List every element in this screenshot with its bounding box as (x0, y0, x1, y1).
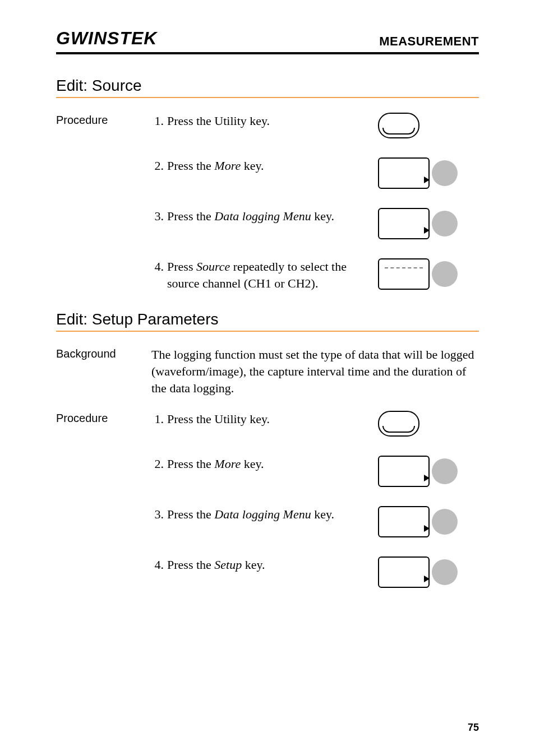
procedure-row: 4. Press the Setup key. (56, 556, 479, 588)
step-text-wrap: 3. Press the Data logging Menu key. (151, 506, 378, 523)
page-header: GWINSTEK MEASUREMENT (56, 28, 479, 54)
step-text-em: More (214, 159, 241, 173)
softkey-dashed-icon (378, 258, 430, 290)
round-button-icon (432, 509, 458, 535)
round-button-icon (432, 160, 458, 186)
step-text-pre: Press the (167, 209, 214, 223)
page-number: 75 (468, 722, 479, 734)
spacer (56, 556, 151, 558)
step-text-pre: Press the (167, 159, 214, 173)
step-graphic (378, 411, 479, 437)
step-text: Press Source repeatedly to select the so… (167, 258, 370, 291)
step-number: 4. (151, 556, 167, 573)
step-number: 1. (151, 113, 167, 129)
spacer (56, 157, 151, 159)
header-section-title: MEASUREMENT (379, 34, 479, 49)
procedure-row: 2. Press the More key. (56, 157, 479, 189)
step-text: Press the Data logging Menu key. (167, 506, 370, 523)
section-title-edit-setup: Edit: Setup Parameters (56, 310, 479, 328)
step-number: 3. (151, 506, 167, 523)
step-text-em: Data logging Menu (214, 507, 311, 521)
step-text-wrap: 3. Press the Data logging Menu key. (151, 208, 378, 225)
section-title-edit-source: Edit: Source (56, 77, 479, 95)
step-text: Press the Utility key. (167, 113, 370, 129)
softkey-icon (378, 157, 430, 189)
step-text-wrap: 4. Press Source repeatedly to select the… (151, 258, 378, 291)
step-number: 2. (151, 456, 167, 472)
step-text-em: Data logging Menu (214, 209, 311, 223)
step-number: 2. (151, 157, 167, 174)
softkey-icon (378, 556, 430, 588)
procedure-row: 2. Press the More key. (56, 456, 479, 487)
step-text: Press the Utility key. (167, 411, 370, 428)
utility-key-icon (378, 411, 419, 437)
spacer (56, 506, 151, 507)
section-divider (56, 97, 479, 98)
step-text-wrap: 4. Press the Setup key. (151, 556, 378, 573)
step-graphic (378, 556, 479, 588)
round-button-icon (432, 261, 458, 287)
procedure-row: 4. Press Source repeatedly to select the… (56, 258, 479, 291)
step-text-wrap: 1. Press the Utility key. (151, 113, 378, 129)
procedure-row: 3. Press the Data logging Menu key. (56, 208, 479, 239)
step-number: 1. (151, 411, 167, 428)
step-text-em: Source (196, 259, 230, 273)
background-row: Background The logging function must set… (56, 346, 479, 396)
step-text-wrap: 1. Press the Utility key. (151, 411, 378, 428)
step-number: 4. (151, 258, 167, 275)
step-text-post: key. (241, 159, 264, 173)
page: GWINSTEK MEASUREMENT Edit: Source Proced… (0, 0, 535, 756)
step-graphic (378, 208, 479, 239)
step-graphic (378, 113, 479, 138)
step-text-wrap: 2. Press the More key. (151, 456, 378, 472)
step-text-pre: Press the (167, 558, 214, 572)
step-text: Press the Setup key. (167, 556, 370, 573)
step-text: Press the Data logging Menu key. (167, 208, 370, 225)
step-text-em: More (214, 457, 241, 471)
procedure-label: Procedure (56, 411, 151, 425)
step-text: Press the More key. (167, 157, 370, 174)
step-number: 3. (151, 208, 167, 225)
step-graphic (378, 258, 479, 290)
procedure-row: Procedure 1. Press the Utility key. (56, 113, 479, 138)
softkey-icon (378, 506, 430, 537)
round-button-icon (432, 559, 458, 585)
procedure-row: 3. Press the Data logging Menu key. (56, 506, 479, 537)
spacer (56, 258, 151, 259)
step-text-em: Setup (214, 558, 242, 572)
round-button-icon (432, 458, 458, 484)
background-label: Background (56, 346, 151, 360)
step-text-pre: Press (167, 259, 196, 273)
step-text-pre: Press the (167, 507, 214, 521)
step-text-post: key. (241, 457, 264, 471)
step-text: Press the More key. (167, 456, 370, 472)
background-text: The logging function must set the type o… (151, 346, 479, 396)
step-text-post: key. (242, 558, 265, 572)
round-button-icon (432, 211, 458, 236)
section-divider (56, 331, 479, 332)
softkey-icon (378, 456, 430, 487)
step-text-post: key. (311, 507, 334, 521)
step-text-wrap: 2. Press the More key. (151, 157, 378, 174)
procedure-label: Procedure (56, 113, 151, 127)
utility-key-icon (378, 113, 419, 138)
step-text-post: key. (311, 209, 334, 223)
step-graphic (378, 157, 479, 189)
brand-logo: GWINSTEK (56, 28, 157, 49)
procedure-row: Procedure 1. Press the Utility key. (56, 411, 479, 437)
spacer (56, 208, 151, 209)
spacer (56, 456, 151, 457)
softkey-icon (378, 208, 430, 239)
step-graphic (378, 456, 479, 487)
step-graphic (378, 506, 479, 537)
step-text-pre: Press the (167, 457, 214, 471)
